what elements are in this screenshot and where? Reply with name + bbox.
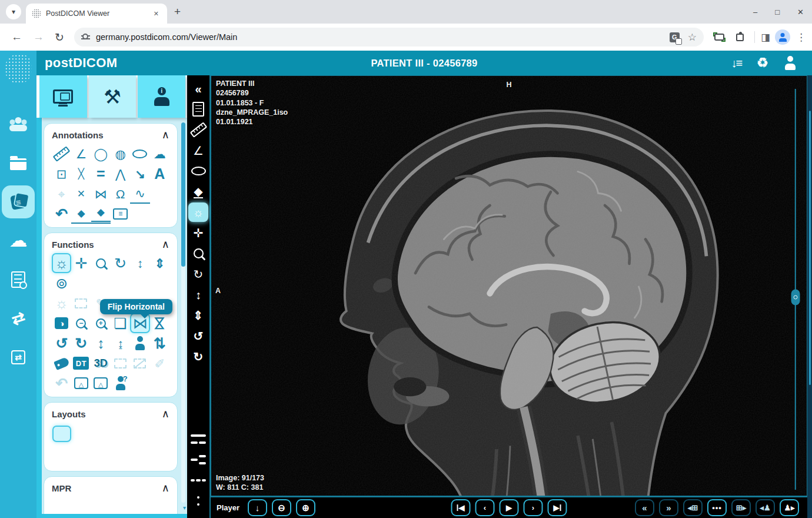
select-area-icon[interactable] [114,358,127,368]
nav-folders[interactable] [2,147,35,180]
zoom-icon[interactable] [96,258,106,268]
flip-vertical-icon[interactable]: ⋈ [149,313,169,333]
nav-patients[interactable] [2,108,35,141]
zoom[interactable] [188,244,208,263]
undo-function-icon[interactable]: ↶ [52,373,71,393]
nav-share[interactable]: ⇄ [2,302,35,335]
collapse-chevron-icon[interactable]: ∧ [162,407,169,420]
layout-1x3[interactable] [188,470,208,490]
bookmark-star-icon[interactable]: ☆ [688,31,697,44]
browser-menu-icon[interactable]: ⋮ [796,31,806,44]
window-level[interactable]: ☼ [188,202,208,222]
address-input[interactable]: germany.postdicom.com/Viewer/Main G ☆ [74,28,704,47]
open-angle-icon[interactable]: ✕ [71,184,91,204]
panel-scrollbar[interactable] [181,122,185,503]
share-patient-icon[interactable]: ? [115,376,127,390]
play[interactable]: ▶ [500,499,519,516]
layout-1x1-icon[interactable] [52,426,71,442]
pan[interactable]: ✛ [188,223,208,243]
ellipse-icon[interactable] [132,150,147,158]
save-annotations-icon[interactable]: ≡ [113,208,128,220]
mpr-layout-icon[interactable] [54,502,69,514]
layout-1-left-2[interactable] [188,450,208,469]
speed-up[interactable]: ⊕ [296,499,315,516]
previous-series[interactable]: « [635,499,654,516]
angle[interactable]: ∠ [188,141,208,160]
tab-patient-info[interactable]: i [138,75,185,118]
window-level-roi-icon[interactable]: ☼ [52,293,71,313]
cross-ruler-icon[interactable]: ╳ [71,164,91,184]
stack-scroll[interactable]: ⇕ [188,306,208,325]
nav-upload[interactable]: ☁ [2,224,35,257]
window-level-icon[interactable]: ☼ [52,253,71,273]
nav-worklist-search[interactable] [2,263,35,296]
close-window-button[interactable]: ✕ [797,8,804,16]
probe-wand-icon[interactable]: ✐ [150,353,169,373]
previous-patient[interactable]: ◂♟ [756,499,775,516]
reset[interactable]: ↺ [188,326,208,346]
localizer-icon[interactable]: ⊚ [52,273,71,293]
fit-vertical-icon[interactable]: ↕ [91,333,111,353]
layout-1x2-icon[interactable] [74,427,89,440]
layout-previous[interactable]: ◂⊞ [683,499,703,516]
screen-capture-icon[interactable] [714,34,724,41]
zoom-in-icon[interactable]: + [96,318,106,328]
volume-3d-icon[interactable]: 3D [91,353,111,373]
eraser-icon[interactable]: ◆ [71,204,91,224]
minimize-button[interactable]: – [753,8,757,16]
shrink-vertical-icon[interactable]: ↨ [111,333,130,353]
zoom-roi-icon[interactable] [75,298,87,308]
first-image[interactable]: ◀ [451,499,471,516]
scrollbar-thumb[interactable] [181,122,185,267]
layout-1-left-2-icon[interactable] [74,450,89,463]
invert-icon[interactable]: ◑ [55,317,68,329]
layout-next[interactable]: ⊞▸ [731,499,751,516]
slider-thumb[interactable] [791,290,800,306]
patient-orientation-icon[interactable] [134,336,146,350]
layout-2x2-icon[interactable] [132,427,148,440]
layout-3x3-icon[interactable] [152,427,167,440]
last-image[interactable]: ▶ [548,499,567,516]
stack-scroll-icon[interactable]: ⇕ [150,253,169,273]
url-text[interactable]: germany.postdicom.com/Viewer/Main [96,32,670,42]
freehand-icon[interactable]: ☁ [150,144,169,164]
parallel-lines-icon[interactable]: = [91,164,111,184]
next-patient[interactable]: ♟▸ [780,499,799,516]
collapse-chevron-icon[interactable]: ∧ [162,238,169,251]
scroll-icon[interactable]: ↕ [130,253,149,273]
report[interactable] [188,99,208,119]
layout-1x3-icon[interactable] [93,427,108,440]
recycle-bin-icon[interactable]: ♻ [757,57,768,69]
clear-area-icon[interactable] [134,358,146,368]
cobb-angle-icon[interactable]: ⋈ [91,184,111,204]
speed-down[interactable]: ⊖ [272,499,291,516]
filled-ellipse-icon[interactable]: ◍ [111,144,130,164]
maximize-button[interactable]: □ [775,8,780,16]
previous-image[interactable]: ‹ [475,499,495,516]
scroll[interactable]: ↕ [188,285,208,304]
polyline-icon[interactable]: ⋀ [111,164,130,184]
zoom-out-icon[interactable]: − [76,318,86,328]
arrow-icon[interactable]: ↘ [130,164,149,184]
close-tab-icon[interactable]: ✕ [151,9,161,19]
export-image-icon[interactable]: △ [74,377,88,389]
next-series[interactable]: » [659,499,678,516]
tag-icon[interactable] [54,357,70,370]
angle-icon[interactable]: ∠ [71,144,91,164]
circle-icon[interactable]: ◯ [91,144,111,164]
rotate-icon[interactable]: ↻ [111,253,130,273]
ellipse[interactable] [188,161,208,181]
layout-2x1[interactable] [188,491,208,510]
extensions-icon[interactable] [736,34,744,41]
sort-series-icon[interactable]: ↓≡ [731,57,742,69]
layout-1-top-2-icon[interactable] [54,450,69,463]
page-scrollbar[interactable] [807,75,812,518]
image-scroll-slider[interactable] [791,89,800,490]
closed-freehand-icon[interactable]: Ω [111,184,130,204]
layout-1x1[interactable] [188,367,208,387]
undo-annotation-icon[interactable]: ↶ [52,204,71,224]
flip-page-icon[interactable]: ❏ [111,313,130,333]
account-icon[interactable] [784,56,797,70]
back-icon[interactable]: ← [11,31,22,44]
erase-all-icon[interactable]: ◆ [91,204,111,224]
